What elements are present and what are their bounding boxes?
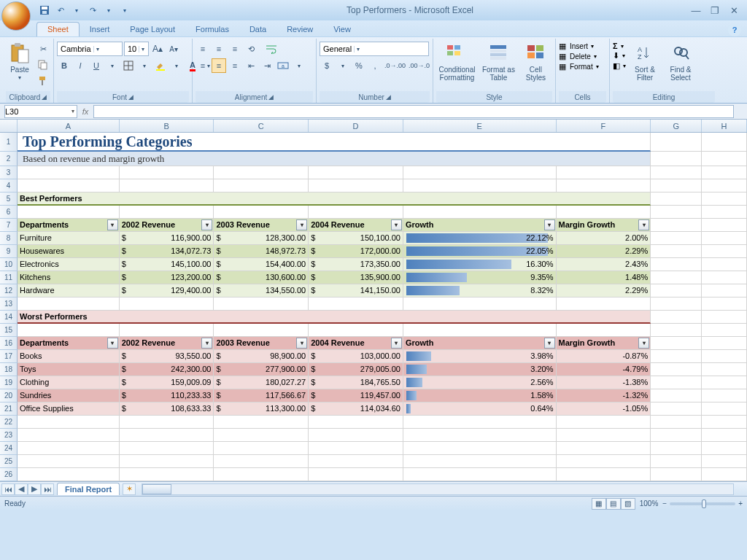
cell[interactable]: 2003 Revenue▾ bbox=[214, 337, 309, 350]
tab-insert[interactable]: Insert bbox=[80, 23, 120, 36]
cell[interactable]: -1.38% bbox=[557, 376, 651, 389]
cell[interactable] bbox=[403, 442, 557, 455]
alignment-dialog-launcher[interactable]: ◢ bbox=[268, 93, 274, 101]
tab-view[interactable]: View bbox=[323, 23, 361, 36]
new-sheet-icon[interactable]: ✶ bbox=[123, 483, 136, 495]
filter-dropdown-icon[interactable]: ▾ bbox=[544, 338, 555, 349]
tab-nav-prev-icon[interactable]: ◀ bbox=[15, 483, 28, 495]
filter-dropdown-icon[interactable]: ▾ bbox=[638, 219, 649, 230]
cell[interactable]: Furniture bbox=[18, 232, 120, 245]
cell[interactable] bbox=[702, 363, 747, 376]
cell[interactable] bbox=[702, 468, 747, 481]
row-header[interactable]: 17 bbox=[0, 350, 18, 363]
cell[interactable] bbox=[214, 324, 309, 337]
cell[interactable] bbox=[309, 166, 403, 179]
decrease-decimal-icon[interactable]: .00→.0 bbox=[408, 58, 430, 73]
filter-dropdown-icon[interactable]: ▾ bbox=[201, 219, 212, 230]
cell[interactable] bbox=[651, 337, 702, 350]
cell[interactable] bbox=[214, 298, 309, 311]
cell[interactable]: $159,009.09 bbox=[120, 376, 214, 389]
cell[interactable] bbox=[651, 402, 702, 416]
cell[interactable] bbox=[702, 442, 747, 455]
align-left-icon[interactable]: ≡ bbox=[196, 58, 210, 73]
shrink-font-icon[interactable]: A▾ bbox=[166, 42, 181, 56]
cell[interactable]: $103,000.00 bbox=[309, 350, 403, 363]
tab-data[interactable]: Data bbox=[239, 23, 276, 36]
minimize-button[interactable]: — bbox=[689, 4, 703, 16]
cell[interactable]: 0.64% bbox=[403, 402, 557, 416]
cell[interactable]: $128,300.00 bbox=[214, 232, 309, 245]
currency-dropdown[interactable]: ▾ bbox=[336, 58, 350, 73]
delete-cells-button[interactable]: ▦Delete▾ bbox=[559, 52, 597, 61]
cell[interactable] bbox=[18, 298, 120, 311]
filter-dropdown-icon[interactable]: ▾ bbox=[296, 219, 307, 230]
cell[interactable]: Worst Performers bbox=[18, 311, 651, 324]
view-normal-icon[interactable]: ▦ bbox=[592, 498, 606, 510]
help-icon[interactable]: ? bbox=[728, 23, 741, 36]
cell[interactable]: $134,550.00 bbox=[214, 284, 309, 298]
font-size-combo[interactable]: 10▾ bbox=[124, 42, 149, 56]
font-name-combo[interactable]: Cambria▾ bbox=[57, 42, 123, 56]
cell[interactable] bbox=[651, 192, 702, 206]
cell[interactable] bbox=[403, 468, 557, 481]
cell[interactable] bbox=[403, 179, 557, 192]
cell[interactable] bbox=[309, 416, 403, 429]
cell[interactable] bbox=[651, 245, 702, 258]
row-header[interactable]: 22 bbox=[0, 416, 18, 429]
cell[interactable] bbox=[18, 179, 120, 192]
cell[interactable] bbox=[18, 166, 120, 179]
grow-font-icon[interactable]: A▴ bbox=[150, 42, 165, 56]
row-header[interactable]: 25 bbox=[0, 455, 18, 468]
number-dialog-launcher[interactable]: ◢ bbox=[386, 93, 391, 101]
row-header[interactable]: 1 bbox=[0, 133, 18, 152]
cell[interactable] bbox=[702, 245, 747, 258]
col-header-E[interactable]: E bbox=[403, 120, 557, 132]
cell[interactable]: $135,900.00 bbox=[309, 271, 403, 284]
cell[interactable]: -1.32% bbox=[557, 389, 651, 402]
cell[interactable]: $279,005.00 bbox=[309, 363, 403, 376]
save-icon[interactable] bbox=[38, 4, 51, 17]
row-header[interactable]: 15 bbox=[0, 324, 18, 337]
cell[interactable]: $130,600.00 bbox=[214, 271, 309, 284]
cell[interactable] bbox=[651, 350, 702, 363]
cell[interactable] bbox=[651, 429, 702, 442]
cell[interactable] bbox=[18, 455, 120, 468]
cell[interactable]: 3.20% bbox=[403, 363, 557, 376]
office-button[interactable] bbox=[1, 1, 31, 31]
currency-icon[interactable]: $ bbox=[320, 58, 334, 73]
cell[interactable]: $242,300.00 bbox=[120, 363, 214, 376]
cell[interactable]: 9.35% bbox=[403, 271, 557, 284]
cell[interactable] bbox=[120, 298, 214, 311]
cell[interactable] bbox=[702, 376, 747, 389]
cell[interactable]: 1.58% bbox=[403, 389, 557, 402]
cell[interactable] bbox=[651, 152, 702, 166]
row-header[interactable]: 21 bbox=[0, 402, 18, 416]
cell[interactable]: Departments▾ bbox=[18, 337, 120, 350]
cell[interactable] bbox=[651, 376, 702, 389]
cell[interactable]: Toys bbox=[18, 363, 120, 376]
cell[interactable] bbox=[309, 298, 403, 311]
cell[interactable]: $172,000.00 bbox=[309, 245, 403, 258]
col-header-G[interactable]: G bbox=[651, 120, 702, 132]
find-select-button[interactable]: Find & Select bbox=[664, 40, 697, 82]
cell[interactable] bbox=[702, 271, 747, 284]
row-header[interactable]: 19 bbox=[0, 376, 18, 389]
fill-button[interactable]: ⬇▾ bbox=[613, 51, 626, 61]
cell[interactable] bbox=[214, 416, 309, 429]
cell[interactable]: Hardware bbox=[18, 284, 120, 298]
filter-dropdown-icon[interactable]: ▾ bbox=[391, 338, 402, 349]
cell[interactable] bbox=[557, 442, 651, 455]
cell[interactable]: $154,400.00 bbox=[214, 258, 309, 271]
cell[interactable] bbox=[309, 468, 403, 481]
cell[interactable] bbox=[557, 324, 651, 337]
cell[interactable] bbox=[651, 206, 702, 219]
horizontal-scrollbar[interactable] bbox=[142, 483, 734, 495]
cell[interactable] bbox=[120, 416, 214, 429]
row-header[interactable]: 10 bbox=[0, 258, 18, 271]
col-header-D[interactable]: D bbox=[309, 120, 403, 132]
cell[interactable] bbox=[557, 179, 651, 192]
cell[interactable] bbox=[702, 402, 747, 416]
autosum-button[interactable]: Σ▾ bbox=[613, 42, 626, 50]
cell[interactable]: Based on revenue and margin growth bbox=[18, 152, 651, 166]
align-middle-icon[interactable]: ≡ bbox=[212, 42, 226, 56]
